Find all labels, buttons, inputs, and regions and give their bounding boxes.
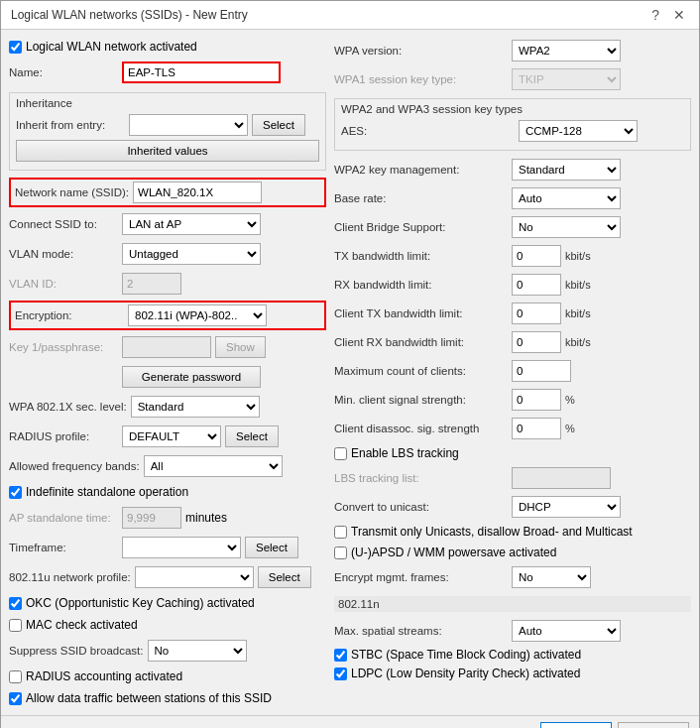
wpa-version-select[interactable]: WPA2 (512, 40, 621, 61)
logical-wlan-label: Logical WLAN network activated (26, 40, 197, 54)
inherit-select-button[interactable]: Select (252, 114, 305, 136)
timeframe-select[interactable] (122, 537, 241, 558)
ap-standalone-row: AP standalone time: minutes (9, 505, 326, 531)
allowed-freq-label: Allowed frequency bands: (9, 460, 140, 472)
stbc-label: STBC (Space Time Block Coding) activated (351, 648, 581, 662)
network-profile-select[interactable] (135, 566, 254, 588)
okc-row: OKC (Opportunistic Key Caching) activate… (9, 594, 326, 612)
client-tx-row: Client TX bandwidth limit: kbit/s (334, 301, 691, 326)
mac-check-label: MAC check activated (26, 618, 138, 632)
name-row: Name: (9, 60, 326, 85)
network-name-label: Network name (SSID): (15, 186, 129, 198)
network-name-input[interactable] (133, 182, 262, 203)
radius-accounting-checkbox[interactable] (9, 670, 22, 683)
inherit-from-select[interactable] (129, 114, 248, 136)
max-spatial-select[interactable]: Auto (512, 620, 621, 642)
suppress-ssid-row: Suppress SSID broadcast: No (9, 638, 326, 664)
rx-bw-label: RX bandwidth limit: (334, 279, 508, 291)
wpa2-key-select[interactable]: Standard (512, 159, 621, 181)
dot11n-label: 802.11n (338, 598, 380, 610)
client-tx-input[interactable] (512, 303, 561, 324)
client-rx-unit: kbit/s (565, 336, 591, 348)
title-bar-buttons: ? ✕ (647, 7, 689, 23)
encryption-label: Encryption: (15, 309, 124, 321)
lbs-tracking-input (512, 467, 611, 489)
min-signal-row: Min. client signal strength: % (334, 387, 691, 413)
ok-button[interactable]: OK (540, 722, 612, 728)
allow-data-row: Allow data traffic between stations of t… (9, 689, 326, 707)
key-passphrase-label: Key 1/passphrase: (9, 341, 118, 353)
allowed-freq-select[interactable]: All (144, 455, 283, 477)
max-clients-label: Maximum count of clients: (334, 365, 508, 377)
indefinite-checkbox[interactable] (9, 486, 22, 499)
client-rx-input[interactable] (512, 331, 561, 353)
cancel-button[interactable]: Cancel (618, 722, 689, 728)
vlan-id-input (122, 273, 181, 295)
max-clients-row: Maximum count of clients: (334, 358, 691, 384)
mac-check-checkbox[interactable] (9, 619, 22, 632)
enable-lbs-checkbox[interactable] (334, 447, 347, 460)
max-spatial-row: Max. spatial streams: Auto (334, 618, 691, 644)
encryption-select[interactable]: 802.11i (WPA)-802.. (128, 304, 267, 326)
wpa2-wpa3-group: WPA2 and WPA3 session key types AES: CCM… (334, 98, 691, 151)
footer: OK Cancel (1, 715, 699, 728)
network-profile-select-button[interactable]: Select (258, 566, 311, 588)
ldpc-label: LDPC (Low Density Parity Check) activate… (351, 667, 580, 680)
close-button[interactable]: ✕ (669, 7, 689, 23)
connect-ssid-label: Connect SSID to: (9, 218, 118, 230)
vlan-mode-select[interactable]: Untagged (122, 243, 261, 265)
wpa-sec-select[interactable]: Standard (131, 396, 260, 418)
client-bridge-select[interactable]: No (512, 216, 621, 238)
show-button: Show (215, 336, 266, 358)
encrypt-mgmt-label: Encrypt mgmt. frames: (334, 571, 508, 583)
tx-bw-input[interactable] (512, 245, 561, 267)
ap-standalone-label: AP standalone time: (9, 512, 118, 524)
min-signal-input[interactable] (512, 389, 561, 411)
inheritance-group: Inheritance Inherit from entry: Select I… (9, 92, 326, 171)
help-button[interactable]: ? (647, 7, 663, 23)
stbc-checkbox[interactable] (334, 649, 347, 662)
uapsd-checkbox[interactable] (334, 546, 347, 559)
logical-wlan-checkbox[interactable] (9, 41, 22, 54)
client-disassoc-input[interactable] (512, 418, 561, 439)
wpa-version-label: WPA version: (334, 45, 508, 57)
generate-password-button[interactable]: Generate password (122, 366, 261, 388)
ldpc-checkbox[interactable] (334, 667, 347, 680)
wpa2-key-label: WPA2 key management: (334, 164, 508, 176)
radius-profile-select[interactable]: DEFAULT (122, 425, 221, 447)
stbc-row: STBC (Space Time Block Coding) activated (334, 647, 691, 663)
max-clients-input[interactable] (512, 360, 571, 382)
logical-wlan-row: Logical WLAN network activated (9, 38, 326, 56)
encrypt-mgmt-select[interactable]: No (512, 566, 591, 588)
inherited-values-button[interactable]: Inherited values (16, 140, 319, 162)
transmit-only-checkbox[interactable] (334, 526, 347, 539)
connect-ssid-select[interactable]: LAN at AP (122, 213, 261, 235)
convert-unicast-row: Convert to unicast: DHCP (334, 494, 691, 520)
radius-select-button[interactable]: Select (225, 425, 279, 447)
timeframe-select-button[interactable]: Select (245, 537, 298, 558)
radius-profile-label: RADIUS profile: (9, 430, 118, 442)
base-rate-select[interactable]: Auto (512, 187, 621, 209)
allow-data-checkbox[interactable] (9, 692, 22, 705)
client-disassoc-row: Client disassoc. sig. strength % (334, 416, 691, 441)
okc-checkbox[interactable] (9, 597, 22, 610)
suppress-ssid-select[interactable]: No (148, 640, 247, 662)
name-input[interactable] (122, 61, 281, 83)
left-panel: Logical WLAN network activated Name: Inh… (9, 38, 326, 707)
inheritance-title: Inheritance (16, 97, 319, 109)
client-bridge-row: Client Bridge Support: No (334, 214, 691, 240)
convert-unicast-select[interactable]: DHCP (512, 496, 621, 518)
indefinite-row: Indefinite standalone operation (9, 483, 326, 501)
aes-label: AES: (341, 125, 515, 137)
radius-profile-row: RADIUS profile: DEFAULT Select (9, 424, 326, 449)
rx-bw-input[interactable] (512, 274, 561, 296)
wpa2-wpa3-label: WPA2 and WPA3 session key types (341, 103, 684, 115)
aes-select[interactable]: CCMP-128 (519, 120, 638, 142)
uapsd-row: (U-)APSD / WMM powersave activated (334, 544, 691, 561)
indefinite-label: Indefinite standalone operation (26, 485, 188, 499)
encrypt-mgmt-row: Encrypt mgmt. frames: No (334, 564, 691, 590)
name-label: Name: (9, 66, 118, 78)
lbs-tracking-label: LBS tracking list: (334, 472, 508, 484)
allowed-freq-row: Allowed frequency bands: All (9, 453, 326, 479)
connect-ssid-row: Connect SSID to: LAN at AP (9, 211, 326, 237)
